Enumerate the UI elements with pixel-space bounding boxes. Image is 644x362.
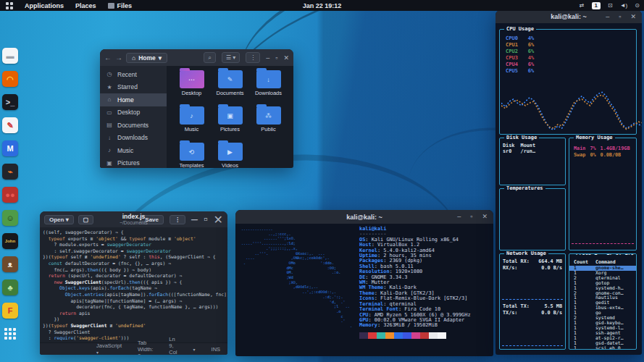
- close-button[interactable]: ✕: [283, 54, 289, 62]
- dock-item-files[interactable]: ▬: [2, 48, 18, 64]
- cpu-core-row: CPU04%: [506, 35, 636, 42]
- close-button[interactable]: ✕: [630, 14, 636, 20]
- dock-item-john-the-ripper[interactable]: John: [2, 233, 18, 249]
- dock-item-terminal[interactable]: >_: [2, 94, 18, 110]
- display-icon[interactable]: ⊡: [608, 2, 613, 9]
- power-icon[interactable]: ⊙: [635, 2, 640, 9]
- pictures-icon: ▣: [106, 160, 113, 167]
- maximize-button[interactable]: ▫: [275, 54, 277, 62]
- insert-mode: INS: [212, 346, 221, 353]
- tab-width-selector[interactable]: Tab Width: 8 ▾: [138, 340, 153, 355]
- folder-documents[interactable]: ✎Documents: [211, 70, 249, 104]
- folder-icon: ⋯: [180, 70, 204, 88]
- terminal-content[interactable]: .............. ..,;:ccc,. ......''';lxO.…: [235, 224, 493, 342]
- maximize-button[interactable]: ▫: [470, 214, 472, 220]
- dock-item-beef[interactable]: ♣: [2, 279, 18, 295]
- close-button[interactable]: ✕: [214, 213, 223, 227]
- dock-item-cherrytree[interactable]: ●●: [2, 187, 18, 203]
- code-line: decorator(fnc, { tagName, functionName }…: [43, 304, 225, 311]
- search-icon[interactable]: ⌕: [204, 52, 215, 63]
- starred-icon: ★: [106, 84, 113, 90]
- folder-desktop[interactable]: ⋯Desktop: [172, 70, 211, 104]
- open-button[interactable]: Open ▾: [44, 215, 74, 224]
- folder-icon: ▶: [218, 143, 243, 161]
- minimize-button[interactable]: –: [606, 14, 609, 20]
- neofetch-info: kali@kali---------OS: Kali GNU/Linux Rol…: [359, 227, 471, 339]
- minimize-button[interactable]: –: [457, 214, 461, 220]
- file-manager-sidebar: ◷Recent★Starred⌂Home▭Desktop▤Documents↓D…: [100, 66, 167, 168]
- folder-public[interactable]: ⁂Public: [249, 106, 288, 140]
- language-selector[interactable]: JavaScript ▾: [96, 342, 122, 355]
- kali-ascii-logo: .............. ..,;:ccc,. ......''';lxO.…: [241, 227, 352, 339]
- sidebar-item-downloads[interactable]: ↓Downloads: [100, 132, 167, 145]
- sidebar-item-pictures[interactable]: ▣Pictures: [100, 157, 167, 169]
- dock-item-faraday[interactable]: F: [2, 303, 18, 319]
- folder-icon: ↓: [256, 70, 281, 88]
- forward-button[interactable]: →: [115, 54, 122, 62]
- folder-pictures[interactable]: ▣Pictures: [211, 106, 249, 140]
- dock-item-firefox[interactable]: ◠: [2, 71, 18, 87]
- chevron-down-icon[interactable]: ▾: [193, 347, 196, 352]
- minimize-button[interactable]: –: [266, 54, 269, 62]
- maximize-button[interactable]: ▫: [619, 14, 621, 20]
- monitor-title: kali@kali: ~: [551, 13, 587, 20]
- tx-total-label: Total TX:: [503, 303, 530, 310]
- dock-item-show-applications[interactable]: [2, 326, 18, 342]
- network-usage-box: Network Usage Total RX:664.4 MB RX/s:0.0…: [499, 253, 566, 350]
- folder-icon: ⁂: [256, 106, 281, 125]
- folder-music[interactable]: ♪Music: [172, 106, 211, 140]
- volume-icon[interactable]: ◄): [620, 2, 628, 9]
- maximize-button[interactable]: ▫: [204, 213, 208, 226]
- activities-grid-icon[interactable]: [6, 2, 13, 9]
- workspace-indicator[interactable]: 1: [592, 2, 601, 9]
- terminal-titlebar: kali@kali: ~ – ▫ ✕: [235, 210, 493, 224]
- folder-downloads[interactable]: ↓Downloads: [249, 70, 288, 104]
- code-line: Object.entries(apis[tagName]).forEach(([…: [43, 292, 225, 298]
- process-rows: 1gnome-she…1Xorg2qterminal1gotop1systemd…: [569, 266, 636, 350]
- menu-places[interactable]: Places: [75, 2, 96, 9]
- sidebar-item-home[interactable]: ⌂Home: [100, 93, 167, 106]
- code-area[interactable]: ((self, swaggerDecorator) ⇒ { typeof exp…: [40, 227, 227, 342]
- tx-history-line: [502, 345, 563, 346]
- menu-files[interactable]: Files: [108, 2, 133, 9]
- dock-item-burpsuite[interactable]: ⌁: [2, 164, 18, 180]
- dock-item-text-editor[interactable]: ✎: [2, 117, 18, 133]
- path-button[interactable]: ⌂ Home ▾: [126, 53, 167, 63]
- tx-rate-label: TX/s:: [503, 310, 517, 316]
- minimize-button[interactable]: –: [191, 213, 198, 226]
- folder-icon: ♪: [180, 106, 204, 125]
- menu-kebab-icon[interactable]: ⋮: [170, 215, 185, 224]
- code-line: Object.keys(apis).forEach(tagName ⇒: [43, 285, 225, 292]
- document-path: ~/Documents: [120, 220, 147, 225]
- cpu-core-row: CPU16%: [506, 42, 636, 49]
- dock-item-ettercap[interactable]: ᴥ: [2, 256, 18, 272]
- code-line: }): [43, 316, 225, 323]
- new-document-button[interactable]: ▢: [78, 215, 94, 224]
- sidebar-item-music[interactable]: ♪Music: [100, 144, 167, 157]
- clock[interactable]: Jan 22 19:12: [303, 2, 342, 9]
- dock-item-metasploit[interactable]: M: [2, 140, 18, 156]
- dock-item-zaproxy[interactable]: ☺: [2, 210, 18, 226]
- folder-videos[interactable]: ▶Videos: [211, 143, 249, 168]
- sidebar-item-recent[interactable]: ◷Recent: [100, 68, 167, 81]
- code-line: : require('swagger-client'))): [43, 335, 225, 342]
- sidebar-item-starred[interactable]: ★Starred: [100, 81, 167, 94]
- network-icon[interactable]: ⇄: [580, 2, 585, 9]
- folder-templates[interactable]: ⟲Templates: [172, 143, 211, 168]
- document-title: index.js: [120, 214, 147, 220]
- cursor-position[interactable]: Ln 9, Col 52: [169, 336, 177, 355]
- menu-kebab-icon[interactable]: ⋮: [246, 52, 260, 63]
- close-button[interactable]: ✕: [482, 214, 488, 220]
- system-monitor-window: kali@kali: ~ – ▫ ✕ CPU Usage CPU04%CPU16…: [495, 10, 642, 355]
- temperatures-box: Temperatures: [499, 188, 566, 251]
- cpu-core-row: CPU34%: [506, 55, 636, 62]
- memory-usage-box: Memory Usage Main7%1.4GB/19GBSwap0%0.0B/…: [569, 138, 637, 251]
- view-toggle-button[interactable]: ☰ ▾: [222, 52, 240, 63]
- menu-applications[interactable]: Applications: [25, 2, 64, 9]
- sidebar-item-documents[interactable]: ▤Documents: [100, 119, 167, 132]
- code-line: apis[tagName][functionName] = (… args) ⇒: [43, 298, 225, 305]
- sidebar-item-desktop[interactable]: ▭Desktop: [100, 106, 167, 119]
- memory-rows: Main7%1.4GB/19GBSwap0%0.0B/0B: [569, 138, 636, 159]
- back-button[interactable]: ←: [104, 54, 112, 62]
- folder-icon: ✎: [218, 70, 243, 88]
